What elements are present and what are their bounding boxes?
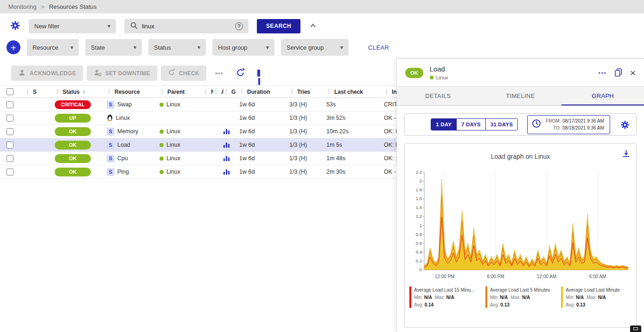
resource-name[interactable]: Swap bbox=[117, 101, 132, 108]
duration-value: 1w 6d bbox=[239, 128, 255, 135]
tab-timeline[interactable]: TIMELINE bbox=[479, 86, 562, 105]
resource-name[interactable]: Load bbox=[117, 142, 130, 148]
check-label: CHECK bbox=[179, 70, 199, 77]
column-header-tries[interactable]: ⋮ Tries bbox=[289, 89, 326, 95]
resource-name[interactable]: Ping bbox=[117, 169, 129, 175]
drag-handle-icon[interactable]: ⋮ bbox=[107, 89, 112, 95]
time-range-1-day-button[interactable]: 1 DAY bbox=[431, 119, 457, 130]
more-actions-button[interactable]: ⋯ bbox=[210, 68, 228, 78]
parent-name[interactable]: Linux bbox=[166, 142, 180, 148]
panel-subtitle: Linux bbox=[436, 75, 448, 80]
resource-name[interactable]: Cpu bbox=[117, 155, 128, 162]
parent-status-dot bbox=[159, 170, 164, 174]
acknowledge-button[interactable]: ACKNOWLEDGE bbox=[11, 65, 83, 81]
column-header-status[interactable]: ⋮ Status ↑ bbox=[55, 89, 107, 95]
collapse-filters-button[interactable] bbox=[309, 21, 317, 31]
filter-select-service-group[interactable]: Service group ▾ bbox=[281, 39, 349, 56]
time-range-7-days-button[interactable]: 7 DAYS bbox=[457, 119, 486, 130]
resource-name[interactable]: Linux bbox=[116, 115, 130, 121]
drag-handle-icon[interactable]: ⋮ bbox=[203, 89, 208, 95]
drag-handle-icon[interactable]: ⋮ bbox=[326, 89, 332, 95]
load-graph-canvas[interactable]: 12:00 PM6:00 PM12:00 AM6:00 AM00.20.40.6… bbox=[408, 167, 633, 282]
parent-name[interactable]: Linux bbox=[166, 128, 180, 135]
filter-select-state[interactable]: State ▾ bbox=[85, 39, 142, 56]
drag-handle-icon[interactable]: ⋮ bbox=[384, 89, 389, 95]
column-header-resource[interactable]: ⋮ Resource bbox=[107, 89, 159, 95]
row-checkbox[interactable] bbox=[6, 155, 13, 162]
parent-name[interactable]: Linux bbox=[166, 169, 180, 175]
svg-text:0: 0 bbox=[420, 267, 422, 272]
add-filter-button[interactable]: + bbox=[6, 40, 20, 54]
search-button[interactable]: SEARCH bbox=[257, 19, 300, 33]
panel-status-badge: OK bbox=[405, 68, 423, 78]
pause-refresh-button[interactable] bbox=[253, 70, 264, 77]
feedback-widget[interactable] bbox=[630, 325, 641, 332]
status-badge: CRITICAL bbox=[55, 100, 91, 109]
filter-select-host-group[interactable]: Host group ▾ bbox=[212, 39, 274, 56]
column-header-g[interactable]: ⋮ G bbox=[223, 89, 239, 95]
select-all-checkbox[interactable] bbox=[6, 88, 13, 95]
custom-time-range-button[interactable]: FROM:08/17/2021 9:36 AM TO:08/18/2021 9:… bbox=[527, 115, 610, 134]
column-header-severity[interactable]: ⋮ S bbox=[25, 89, 55, 95]
drag-handle-icon[interactable]: ⋮ bbox=[159, 89, 165, 95]
tab-graph[interactable]: GRAPH bbox=[561, 86, 644, 105]
row-checkbox[interactable] bbox=[6, 101, 13, 108]
filter-settings-button[interactable] bbox=[10, 20, 20, 32]
row-checkbox[interactable] bbox=[6, 169, 13, 176]
tab-details[interactable]: DETAILS bbox=[397, 86, 479, 105]
filter-select-status[interactable]: Status ▾ bbox=[148, 39, 206, 56]
drag-handle-icon[interactable]: ⋮ bbox=[223, 89, 229, 95]
drag-handle-icon[interactable]: ⋮ bbox=[55, 89, 60, 95]
legend-color-bar bbox=[485, 286, 487, 308]
copy-icon bbox=[614, 68, 623, 78]
refresh-button[interactable] bbox=[232, 68, 249, 79]
drag-handle-icon[interactable]: ⋮ bbox=[25, 89, 30, 95]
gear-icon bbox=[10, 20, 20, 32]
column-header-last-check[interactable]: ⋮ Last check bbox=[326, 89, 384, 95]
filter-select-resource[interactable]: Resource ▾ bbox=[27, 39, 79, 56]
help-icon[interactable]: ? bbox=[235, 22, 243, 30]
export-graph-button[interactable] bbox=[622, 149, 631, 159]
column-header-n[interactable]: ⋮ N bbox=[203, 89, 213, 95]
saved-filter-select[interactable]: New filter ▾ bbox=[29, 19, 116, 33]
linux-penguin-icon bbox=[107, 114, 113, 123]
parent-name[interactable]: Linux bbox=[166, 155, 180, 162]
sort-asc-icon: ↑ bbox=[83, 89, 85, 95]
row-checkbox[interactable] bbox=[6, 128, 13, 135]
column-header-a[interactable]: ⋮ A bbox=[213, 89, 223, 95]
filter-label: Host group bbox=[218, 44, 248, 51]
time-range-31-days-button[interactable]: 31 DAYS bbox=[486, 119, 517, 130]
breadcrumb-item-monitoring[interactable]: Monitoring bbox=[8, 3, 37, 10]
legend-item[interactable]: Average Load Last Minute Min: N/AMax: N/… bbox=[561, 286, 631, 309]
tries-value: 1/3 (H) bbox=[289, 169, 307, 175]
check-button[interactable]: CHECK bbox=[161, 65, 206, 81]
panel-more-button[interactable]: ⋯ bbox=[598, 68, 606, 78]
load-graph[interactable]: 12:00 PM6:00 PM12:00 AM6:00 AM00.20.40.6… bbox=[408, 167, 632, 284]
search-input[interactable] bbox=[142, 23, 231, 30]
panel-close-button[interactable]: × bbox=[630, 68, 636, 78]
resource-name[interactable]: Memory bbox=[117, 128, 138, 135]
clear-filters-button[interactable]: CLEAR bbox=[368, 44, 389, 51]
legend-color-bar bbox=[409, 286, 411, 308]
legend-item[interactable]: Average Load Last 15 Minu... Min: N/AMax… bbox=[409, 286, 480, 309]
drag-handle-icon[interactable]: ⋮ bbox=[239, 89, 244, 95]
breadcrumb-item-resources-status[interactable]: Resources Status bbox=[49, 3, 97, 10]
status-badge: OK bbox=[55, 154, 91, 163]
drag-handle-icon[interactable]: ⋮ bbox=[213, 89, 218, 95]
column-header-parent[interactable]: ⋮ Parent bbox=[159, 89, 203, 95]
panel-body: 1 DAY 7 DAYS 31 DAYS FROM:08/17/2021 9:3… bbox=[397, 106, 644, 332]
set-downtime-button[interactable]: SET DOWNTIME bbox=[87, 65, 157, 81]
clock-icon bbox=[531, 118, 542, 130]
parent-name[interactable]: Linux bbox=[166, 101, 180, 108]
graph-available-icon bbox=[223, 169, 230, 175]
last-check-value: 10m 22s bbox=[326, 128, 349, 135]
row-checkbox[interactable] bbox=[6, 115, 13, 122]
svg-text:1.6: 1.6 bbox=[416, 196, 422, 201]
drag-handle-icon[interactable]: ⋮ bbox=[289, 89, 294, 95]
column-header-duration[interactable]: ⋮ Duration bbox=[239, 89, 289, 95]
legend-item[interactable]: Average Load Last 5 Minutes Min: N/AMax:… bbox=[485, 286, 556, 309]
graph-settings-button[interactable] bbox=[620, 120, 630, 131]
pause-icon bbox=[257, 70, 259, 77]
row-checkbox[interactable] bbox=[6, 142, 13, 149]
copy-link-button[interactable] bbox=[614, 68, 623, 78]
